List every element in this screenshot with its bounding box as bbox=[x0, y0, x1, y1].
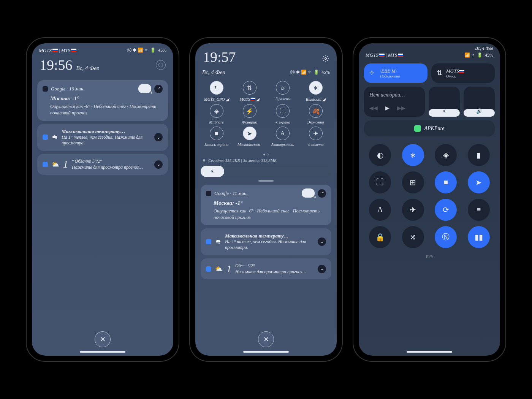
forecast-card[interactable]: ⛅ 1 Об······°/2° Нажмите для просмотра п… bbox=[201, 258, 331, 279]
cc-toggle[interactable]: ◈ bbox=[435, 144, 457, 166]
cc-toggle[interactable]: ⤨ bbox=[402, 226, 424, 248]
weather-card-google[interactable]: Google · 11 мин.⌃ Москва: -1° Ощущается … bbox=[201, 185, 331, 225]
settings-icon[interactable] bbox=[156, 60, 166, 70]
media-card[interactable]: Нет истории… ◀◀▶▶▶ bbox=[364, 87, 425, 117]
expand-icon[interactable]: ⌄ bbox=[318, 238, 326, 246]
quick-settings-panel: 19:57 Вс, 4 Фев Ⓝ ✱ 📶 ᯤ 🔋45% ᯤMGTS_GPO ◢… bbox=[195, 43, 337, 356]
cc-toggle[interactable]: ∗ bbox=[402, 144, 424, 166]
toggle-label: Экономия bbox=[307, 120, 324, 124]
qs-toggle[interactable]: AАвтояркость bbox=[267, 127, 298, 147]
toggle-icon: ➤ bbox=[243, 127, 256, 140]
apkpure-tile[interactable]: APKPure bbox=[364, 120, 495, 136]
cc-toggle[interactable]: ⟳ bbox=[435, 199, 457, 221]
qs-toggle[interactable]: ☼·й режим bbox=[267, 81, 298, 102]
toggle-icon: ■ bbox=[210, 127, 223, 140]
rain-icon: 🌧 bbox=[215, 238, 221, 245]
card-title: Москва: -1° bbox=[214, 200, 326, 206]
gear-icon[interactable] bbox=[322, 55, 329, 62]
rain-icon: 🌧 bbox=[52, 134, 58, 141]
toggle-icon: ⇅ bbox=[243, 81, 256, 95]
app-icon bbox=[43, 162, 48, 167]
wifi-tile[interactable]: ᯤ·EBE M·Подключено bbox=[364, 63, 428, 83]
condition: ° Облачно 5°/2° bbox=[72, 158, 150, 165]
card-title: Максимальная температу… bbox=[225, 233, 314, 239]
temp-card[interactable]: 🌧 Максимальная температу… На 1° теплее, … bbox=[37, 124, 168, 151]
cc-toggle[interactable]: ▮ bbox=[468, 144, 490, 166]
google-icon bbox=[43, 86, 48, 92]
cc-toggle[interactable]: ◐ bbox=[369, 144, 391, 166]
toggle-label: Bluetooth ◢ bbox=[306, 97, 325, 101]
cc-toggle[interactable]: ⛶ bbox=[369, 171, 391, 193]
weather-card-google[interactable]: Google · 10 мин.⌃ Москва: -1° Ощущается … bbox=[37, 80, 168, 121]
carrier-label: MGTS | MTS bbox=[39, 48, 76, 54]
card-body: Ощущается как -6° · Небольшой снег · Пос… bbox=[50, 103, 163, 116]
control-center: Вс, 4 Фев MGTS | MTS 📶 ᯤ 🔋45% ᯤ·EBE M·По… bbox=[359, 43, 500, 356]
sun-cloud-icon: ⛅ bbox=[52, 161, 59, 168]
qs-toggle[interactable]: ∗Bluetooth ◢ bbox=[300, 81, 331, 102]
expand-icon[interactable]: ⌄ bbox=[154, 160, 163, 169]
brightness-slider[interactable]: ☀ bbox=[429, 87, 460, 117]
cc-toggle[interactable]: ■ bbox=[435, 171, 457, 193]
media-empty: Нет истории… bbox=[369, 92, 420, 98]
toggle-label: Местополож· bbox=[238, 142, 261, 147]
status-icons: Ⓝ ✱ 📶 ᯤ 🔋45% bbox=[127, 47, 166, 54]
expand-icon[interactable]: ⌄ bbox=[318, 265, 326, 273]
data-usage[interactable]: Сегодня: 335,4КВ | За месяц: 318,3МВ bbox=[203, 158, 329, 163]
prev-icon[interactable]: ◀◀ bbox=[369, 105, 378, 111]
cc-toggle[interactable]: Ⓝ bbox=[435, 226, 457, 248]
clock: 19:57 bbox=[203, 49, 236, 65]
brightness-slider[interactable]: ☀ bbox=[201, 166, 331, 177]
cc-toggle[interactable]: ▮▮ bbox=[468, 226, 490, 248]
drag-handle[interactable] bbox=[258, 180, 274, 182]
date: Вс, 4 Фев bbox=[76, 65, 99, 71]
qs-toggle[interactable]: 🍂Экономия bbox=[300, 104, 331, 124]
cc-toggle[interactable]: 🔒 bbox=[369, 226, 391, 248]
cc-toggle[interactable]: ≡ bbox=[468, 199, 490, 221]
qs-toggle[interactable]: ■Запись экрана bbox=[201, 127, 232, 147]
temp-value: 1 bbox=[63, 159, 68, 170]
qs-toggle[interactable]: ➤Местополож· bbox=[234, 127, 265, 147]
data-tile[interactable]: ⇅MGTSОткл. bbox=[431, 63, 495, 83]
date: Вс, 4 Фев bbox=[475, 46, 493, 51]
collapse-icon[interactable]: ⌃ bbox=[318, 189, 326, 198]
cc-toggle[interactable]: ✈ bbox=[402, 199, 424, 221]
volume-slider[interactable]: 🔊 bbox=[464, 87, 495, 117]
qs-toggle[interactable]: ⇅MGTS🇷🇺 ◢ bbox=[234, 81, 265, 102]
toggle-icon: 🍂 bbox=[309, 104, 323, 118]
qs-toggle[interactable]: ⚡Фонарик bbox=[234, 104, 265, 124]
edit-button[interactable]: Edit bbox=[359, 254, 500, 259]
qs-toggle[interactable]: ᯤMGTS_GPO ◢ bbox=[201, 81, 232, 102]
qs-toggle[interactable]: ⛶·к экрана bbox=[267, 104, 298, 124]
forecast-card[interactable]: ⛅ 1 ° Облачно 5°/2° Нажмите для просмотр… bbox=[37, 154, 168, 175]
toggle-icon: ☼ bbox=[276, 81, 290, 95]
home-indicator[interactable] bbox=[80, 351, 125, 353]
toggle-label: MGTS🇷🇺 ◢ bbox=[240, 97, 259, 102]
page-dots: ● ○ bbox=[195, 152, 337, 157]
toggle-icon: ᯤ bbox=[210, 81, 223, 95]
cc-toggle[interactable]: ➤ bbox=[468, 171, 490, 193]
cc-toggle[interactable]: A bbox=[369, 199, 391, 221]
toggle-icon: ◈ bbox=[210, 104, 223, 118]
next-icon[interactable]: ▶▶ bbox=[397, 105, 405, 111]
home-indicator[interactable] bbox=[243, 351, 289, 353]
qs-toggle[interactable]: ◈Mi Share bbox=[201, 104, 232, 124]
app-icon bbox=[206, 239, 211, 244]
apkpure-icon bbox=[414, 125, 421, 132]
expand-icon[interactable]: ⌄ bbox=[154, 133, 163, 141]
status-icons: 📶 ᯤ 🔋45% bbox=[464, 52, 493, 58]
play-icon[interactable]: ▶ bbox=[385, 105, 390, 111]
collapse-icon[interactable]: ⌃ bbox=[154, 85, 163, 93]
toggle-icon: ⚡ bbox=[243, 104, 256, 118]
toggle-icon: ✈ bbox=[309, 127, 323, 140]
home-indicator[interactable] bbox=[407, 351, 452, 353]
qs-toggle[interactable]: ✈·я полета bbox=[300, 127, 331, 147]
toggle-label: ·к экрана bbox=[275, 120, 290, 124]
clear-all-button[interactable]: ✕ bbox=[258, 331, 274, 347]
cc-toggle[interactable]: ⊞ bbox=[402, 171, 424, 193]
toggle-grid: ◐∗◈▮⛶⊞■➤A✈⟳≡🔒⤨Ⓝ▮▮ bbox=[359, 140, 500, 252]
clear-all-button[interactable]: ✕ bbox=[95, 331, 111, 347]
temp-card[interactable]: 🌧 Максимальная температу… На 1° теплее, … bbox=[201, 228, 331, 255]
sun-cloud-icon: ⛅ bbox=[215, 265, 223, 272]
clock: 19:56 bbox=[40, 57, 73, 73]
temp-value: 1 bbox=[226, 263, 231, 275]
